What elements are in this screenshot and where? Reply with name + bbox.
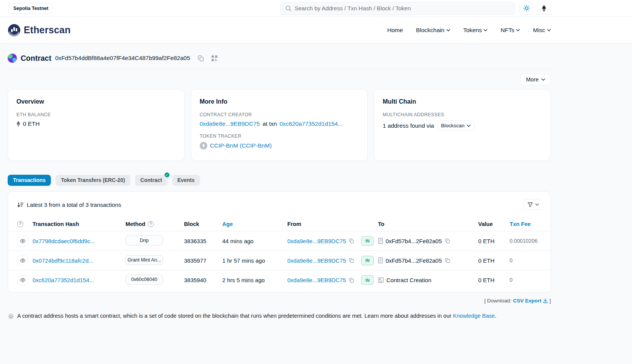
page-title: Contract bbox=[21, 54, 51, 63]
theme-toggle-button[interactable] bbox=[520, 2, 533, 15]
blockscan-label: Blockscan bbox=[441, 123, 465, 128]
method-badge: Drip bbox=[125, 236, 163, 245]
overview-title: Overview bbox=[16, 98, 176, 105]
tx-hash-link[interactable]: 0xc620a77352d1d154... bbox=[33, 277, 94, 283]
nav-item-misc[interactable]: Misc bbox=[533, 27, 551, 34]
col-to: To bbox=[378, 221, 478, 227]
brand-name: Etherscan bbox=[24, 24, 71, 36]
filter-button[interactable] bbox=[524, 199, 543, 210]
table-row: 0x7798dcdaec0f6dd9c... Drip 3836335 44 m… bbox=[8, 231, 551, 251]
method-badge: 0x60c06040 bbox=[125, 275, 163, 284]
page-title-row: Contract 0xFd57b4ddBf88a4e07fF4e34C487b9… bbox=[8, 44, 551, 69]
tx-hash-link[interactable]: 0x7798dcdaec0f6dd9c... bbox=[33, 238, 95, 244]
contract-avatar-identicon bbox=[8, 54, 17, 63]
search-bar[interactable] bbox=[280, 2, 515, 15]
transactions-panel: Latest 3 from a total of 3 transactions … bbox=[8, 191, 551, 292]
tab-transactions[interactable]: Transactions bbox=[8, 175, 51, 186]
block-link[interactable]: 3836335 bbox=[184, 238, 206, 244]
col-txn-fee-toggle[interactable]: Txn Fee bbox=[510, 221, 541, 227]
copy-icon bbox=[349, 258, 354, 263]
copy-address-button[interactable] bbox=[197, 54, 205, 62]
nav-item-nfts[interactable]: NFTs bbox=[500, 27, 520, 34]
etherscan-logo[interactable]: Etherscan bbox=[8, 24, 71, 37]
eye-icon bbox=[20, 278, 26, 282]
content-tabs: Transactions Token Transfers (ERC-20) Co… bbox=[8, 175, 551, 186]
chevron-down-icon bbox=[484, 29, 487, 31]
eth-balance-value: 0 ETH bbox=[23, 120, 40, 127]
tab-contract-label: Contract bbox=[140, 177, 162, 183]
csv-export-row: [ Download: CSV Export ] bbox=[8, 298, 551, 304]
creator-address-link[interactable]: 0xda9e8e...9EB9DC75 bbox=[200, 120, 260, 127]
multichain-title: Multi Chain bbox=[383, 98, 542, 105]
contract-file-icon bbox=[378, 257, 383, 263]
block-link[interactable]: 3835977 bbox=[184, 257, 206, 264]
nav-item-blockchain[interactable]: Blockchain bbox=[416, 27, 450, 34]
search-icon bbox=[285, 5, 292, 11]
col-transaction-hash: Transaction Hash bbox=[33, 221, 125, 227]
from-address-link[interactable]: 0xda9e8e...9EB9DC75 bbox=[287, 277, 346, 283]
tab-token-transfers[interactable]: Token Transfers (ERC-20) bbox=[55, 175, 130, 186]
download-suffix: ] bbox=[549, 298, 551, 304]
table-summary: Latest 3 from a total of 3 transactions bbox=[17, 202, 121, 208]
copy-from-button[interactable] bbox=[349, 257, 355, 263]
from-address-link[interactable]: 0xda9e8e...9EB9DC75 bbox=[287, 238, 346, 244]
ethereum-network-button[interactable] bbox=[537, 2, 551, 15]
chevron-down-icon bbox=[541, 78, 545, 81]
more-dropdown-button[interactable]: More bbox=[520, 74, 551, 85]
table-header-row: ? Transaction Hash Method ? Block Age Fr… bbox=[8, 217, 551, 231]
copy-to-button[interactable] bbox=[445, 257, 451, 263]
chevron-down-icon bbox=[535, 203, 539, 206]
to-address-text: Contract Creation bbox=[386, 277, 432, 283]
help-icon[interactable]: ? bbox=[148, 221, 154, 227]
nav-label: NFTs bbox=[500, 27, 514, 34]
contract-file-icon bbox=[378, 238, 383, 244]
tx-hash-link[interactable]: 0x0724bdf9c118afc2d... bbox=[33, 257, 93, 264]
copy-from-button[interactable] bbox=[349, 277, 355, 283]
method-badge: Grant Mint An... bbox=[125, 255, 163, 265]
col-age-toggle[interactable]: Age bbox=[222, 221, 287, 227]
col-value: Value bbox=[478, 221, 510, 227]
sort-descending-icon bbox=[17, 202, 24, 208]
direction-badge: IN bbox=[361, 275, 374, 285]
blockscan-dropdown-button[interactable]: Blockscan bbox=[437, 120, 475, 131]
copy-from-button[interactable] bbox=[349, 238, 355, 244]
copy-icon bbox=[349, 238, 354, 244]
nav-item-home[interactable]: Home bbox=[387, 27, 403, 34]
more-info-card: More Info CONTRACT CREATOR 0xda9e8e...9E… bbox=[191, 89, 368, 161]
token-logo-icon bbox=[200, 142, 207, 150]
token-tracker-link[interactable]: CCIP-BnM (CCIP-BnM) bbox=[210, 142, 272, 149]
overview-card: Overview ETH BALANCE 0 ETH bbox=[8, 89, 185, 161]
copy-to-button[interactable] bbox=[445, 238, 451, 244]
multichain-found-text: 1 address found via bbox=[383, 122, 434, 129]
nav-label: Blockchain bbox=[416, 27, 444, 34]
tab-events[interactable]: Events bbox=[172, 175, 200, 186]
help-icon[interactable]: ? bbox=[17, 221, 23, 227]
ethereum-icon bbox=[16, 121, 20, 127]
nav-menu: Home Blockchain Tokens NFTs Misc bbox=[387, 27, 551, 34]
contract-address: 0xFd57b4ddBf88a4e07fF4e34C487b99af2Fe82a… bbox=[55, 55, 190, 62]
from-address-link[interactable]: 0xda9e8e...9EB9DC75 bbox=[287, 257, 346, 264]
eth-balance-label: ETH BALANCE bbox=[16, 112, 176, 117]
creation-txn-link[interactable]: 0xc620a77352d1d154... bbox=[280, 120, 343, 127]
tx-preview-button[interactable] bbox=[17, 236, 28, 246]
age-text: 2 hrs 5 mins ago bbox=[222, 277, 287, 283]
network-selector-button[interactable]: Sepolia Testnet bbox=[8, 3, 53, 14]
knowledge-base-link[interactable]: Knowledge Base bbox=[453, 313, 495, 319]
copy-icon bbox=[445, 258, 450, 263]
nav-item-tokens[interactable]: Tokens bbox=[463, 27, 488, 34]
token-tracker-label: TOKEN TRACKER bbox=[200, 133, 359, 139]
tx-preview-button[interactable] bbox=[17, 255, 28, 266]
main-navbar: Etherscan Home Blockchain Tokens NFTs Mi… bbox=[0, 17, 632, 44]
direction-badge: IN bbox=[361, 236, 374, 246]
qr-code-button[interactable] bbox=[210, 54, 218, 62]
contract-creator-label: CONTRACT CREATOR bbox=[200, 112, 359, 117]
search-input[interactable] bbox=[295, 5, 510, 11]
eye-icon bbox=[20, 258, 26, 263]
txn-fee-text: 0 bbox=[510, 258, 541, 263]
block-link[interactable]: 3835940 bbox=[184, 277, 206, 283]
funnel-icon bbox=[528, 202, 533, 207]
chevron-down-icon bbox=[547, 29, 551, 31]
tx-preview-button[interactable] bbox=[17, 275, 28, 286]
tab-contract[interactable]: Contract ✓ bbox=[135, 175, 168, 186]
csv-export-link[interactable]: CSV Export bbox=[513, 298, 548, 304]
